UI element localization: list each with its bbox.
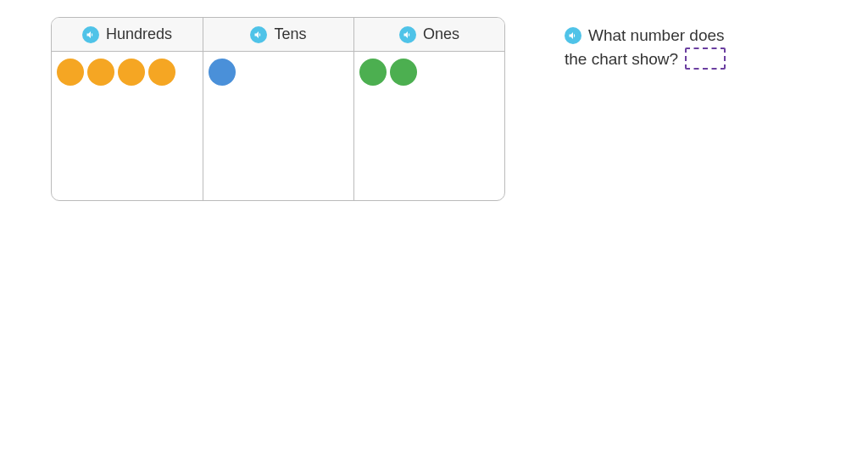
pv-header-ones: Ones (354, 18, 504, 52)
pv-header-hundreds: Hundreds (52, 18, 203, 52)
question-panel: What number does the chart show? (565, 17, 726, 70)
hundreds-dot (148, 59, 175, 86)
question-text-1: What number does (588, 24, 725, 48)
pv-body-hundreds (52, 52, 203, 200)
pv-header-label: Ones (423, 25, 459, 43)
pv-header-label: Tens (274, 25, 306, 43)
speaker-icon[interactable] (82, 26, 99, 43)
ones-dot (390, 59, 417, 86)
pv-column-tens: Tens (203, 18, 353, 200)
speaker-icon[interactable] (565, 27, 581, 44)
question-line-1: What number does (565, 24, 726, 48)
pv-column-hundreds: Hundreds (52, 18, 203, 200)
pv-header-label: Hundreds (106, 25, 172, 43)
question-text-2: the chart show? (565, 48, 678, 71)
pv-body-ones (354, 52, 504, 200)
ones-dot (359, 59, 387, 86)
speaker-icon[interactable] (399, 26, 416, 43)
speaker-icon[interactable] (250, 26, 267, 43)
pv-column-ones: Ones (353, 18, 504, 200)
hundreds-dot (87, 59, 114, 86)
tens-dot (209, 59, 236, 86)
pv-header-tens: Tens (203, 18, 353, 52)
place-value-table: HundredsTensOnes (51, 17, 505, 201)
answer-input[interactable] (685, 48, 726, 70)
hundreds-dot (118, 59, 145, 86)
hundreds-dot (57, 59, 84, 86)
question-line-2: the chart show? (565, 48, 726, 71)
main-container: HundredsTensOnes What number does the ch… (0, 0, 868, 201)
pv-body-tens (203, 52, 353, 200)
